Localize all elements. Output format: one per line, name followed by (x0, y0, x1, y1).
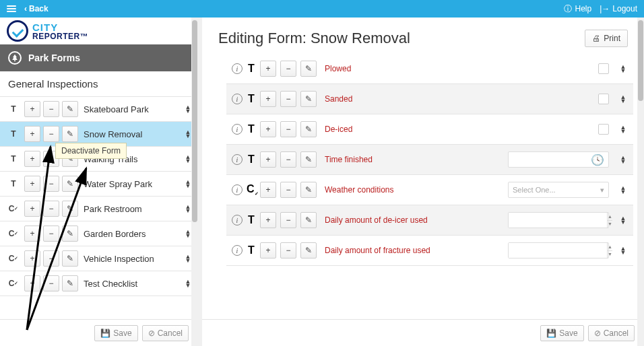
form-row[interactable]: C✓+−✎Test Checklist▲▼ (0, 271, 198, 296)
sidebar-footer: 💾 Save ⊘ Cancel (0, 319, 198, 346)
remove-button[interactable]: − (43, 176, 59, 192)
remove-button[interactable]: − (43, 201, 59, 217)
number-input[interactable]: ▲▼ (508, 242, 609, 258)
logout-button[interactable]: |→ Logout (600, 4, 637, 13)
info-icon[interactable]: i (232, 245, 243, 256)
add-button[interactable]: + (24, 151, 40, 167)
time-input[interactable]: 🕓 (508, 151, 609, 168)
form-row[interactable]: T+−✎Skateboard Park▲▼ (0, 97, 198, 122)
remove-button[interactable]: − (280, 61, 296, 77)
tooltip: Deactivate Form (55, 143, 127, 159)
edit-button[interactable]: ✎ (300, 61, 317, 77)
edit-button[interactable]: ✎ (300, 212, 317, 228)
add-button[interactable]: + (24, 226, 40, 242)
field-label: Daily amount of de-icer used (321, 215, 497, 225)
remove-button[interactable]: − (280, 212, 296, 228)
spin-down[interactable]: ▼ (608, 221, 612, 228)
save-icon: 💾 (546, 328, 556, 338)
edit-button[interactable]: ✎ (62, 226, 78, 242)
add-button[interactable]: + (260, 151, 276, 168)
reorder-handle[interactable]: ▲▼ (618, 217, 628, 223)
reorder-handle[interactable]: ▲▼ (618, 156, 628, 163)
type-indicator: T (247, 153, 256, 166)
reorder-handle[interactable]: ▲▼ (618, 126, 628, 133)
form-row[interactable]: T+−✎Water Spray Park▲▼ (0, 172, 198, 197)
checkbox[interactable] (598, 63, 609, 74)
form-row[interactable]: C✓+−✎Park Restroom▲▼ (0, 197, 198, 221)
add-button[interactable]: + (260, 91, 276, 107)
edit-button[interactable]: ✎ (300, 91, 317, 107)
info-icon[interactable]: i (232, 63, 243, 74)
field-label: Weather conditions (321, 185, 497, 195)
save-button[interactable]: 💾 Save (540, 325, 583, 341)
edit-button[interactable]: ✎ (62, 275, 78, 291)
cancel-button[interactable]: ⊘ Cancel (588, 325, 635, 341)
add-button[interactable]: + (24, 126, 40, 142)
spin-down[interactable]: ▼ (608, 251, 612, 258)
field-row: iT+−✎Time finished🕓▲▼ (226, 145, 633, 175)
remove-button[interactable]: − (43, 126, 59, 142)
reorder-handle[interactable]: ▲▼ (618, 65, 628, 72)
form-row[interactable]: C✓+−✎Vehicle Inspection▲▼ (0, 246, 198, 271)
form-row[interactable]: C✓+−✎Garden Borders▲▼ (0, 221, 198, 246)
remove-button[interactable]: − (43, 250, 59, 267)
info-icon[interactable]: i (232, 215, 243, 226)
field-row: iC✓+−✎Weather conditionsSelect One...▾▲▼ (226, 175, 633, 205)
reorder-handle[interactable]: ▲▼ (618, 96, 628, 102)
select-input[interactable]: Select One...▾ (508, 182, 609, 198)
spin-up[interactable]: ▲ (608, 213, 612, 221)
form-name: Snow Removal (81, 129, 181, 139)
hamburger-icon[interactable] (7, 5, 16, 12)
help-button[interactable]: ⓘ Help (564, 3, 591, 15)
field-label: Plowed (321, 64, 497, 73)
checkbox[interactable] (598, 124, 609, 135)
form-name: Skateboard Park (81, 104, 181, 114)
remove-button[interactable]: − (280, 151, 296, 168)
edit-button[interactable]: ✎ (62, 101, 78, 117)
back-label: Back (29, 4, 49, 13)
add-button[interactable]: + (24, 275, 40, 291)
reorder-handle[interactable]: ▲▼ (618, 247, 628, 254)
save-button[interactable]: 💾 Save (94, 325, 137, 341)
cancel-button[interactable]: ⊘ Cancel (142, 325, 189, 341)
edit-button[interactable]: ✎ (300, 151, 317, 168)
remove-button[interactable]: − (280, 182, 296, 198)
remove-button[interactable]: − (43, 226, 59, 242)
add-button[interactable]: + (24, 250, 40, 267)
help-icon: ⓘ (564, 3, 572, 15)
edit-button[interactable]: ✎ (62, 176, 78, 192)
remove-button[interactable]: − (280, 242, 296, 258)
sidebar-scrollbar[interactable] (191, 18, 198, 346)
edit-button[interactable]: ✎ (300, 182, 317, 198)
clock-icon: 🕓 (591, 153, 604, 166)
edit-button[interactable]: ✎ (62, 126, 78, 142)
add-button[interactable]: + (260, 242, 276, 258)
remove-button[interactable]: − (43, 101, 59, 117)
add-button[interactable]: + (260, 121, 276, 137)
add-button[interactable]: + (260, 182, 276, 198)
info-icon[interactable]: i (232, 124, 243, 135)
remove-button[interactable]: − (280, 91, 296, 107)
spin-up[interactable]: ▲ (608, 243, 612, 251)
number-input[interactable]: ▲▼ (508, 212, 609, 228)
info-icon[interactable]: i (232, 94, 243, 104)
edit-button[interactable]: ✎ (300, 121, 317, 137)
edit-button[interactable]: ✎ (62, 250, 78, 267)
print-button[interactable]: 🖨 Print (585, 30, 628, 47)
back-button[interactable]: ‹ Back (24, 4, 49, 13)
remove-button[interactable]: − (43, 275, 59, 291)
add-button[interactable]: + (260, 212, 276, 228)
add-button[interactable]: + (24, 176, 40, 192)
reorder-handle[interactable]: ▲▼ (618, 186, 628, 193)
main-pane: Editing Form: Snow Removal 🖨 Print iT+−✎… (202, 18, 644, 346)
info-icon[interactable]: i (232, 154, 243, 165)
add-button[interactable]: + (260, 61, 276, 77)
add-button[interactable]: + (24, 201, 40, 217)
add-button[interactable]: + (24, 101, 40, 117)
remove-button[interactable]: − (280, 121, 296, 137)
main-scrollbar[interactable] (637, 18, 644, 346)
edit-button[interactable]: ✎ (300, 242, 317, 258)
edit-button[interactable]: ✎ (62, 201, 78, 217)
checkbox[interactable] (598, 94, 609, 104)
info-icon[interactable]: i (232, 184, 243, 195)
